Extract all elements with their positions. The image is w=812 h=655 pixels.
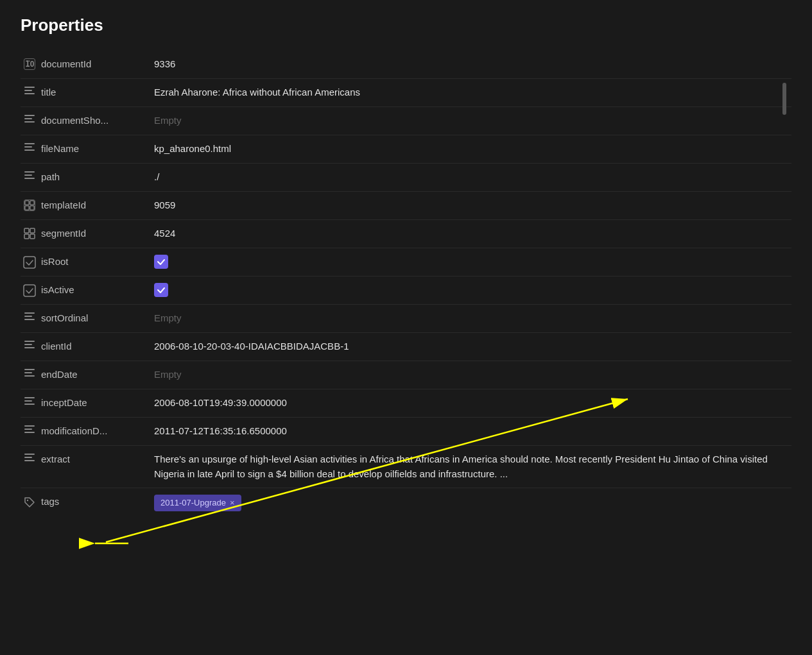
prop-name-tags: tags: [39, 496, 154, 507]
property-row: segmentId 4524: [21, 220, 791, 248]
tag-remove-button[interactable]: ×: [230, 497, 235, 509]
text-lines-icon: [21, 425, 39, 433]
prop-value-tags: 2011-07-Upgrade ×: [154, 495, 791, 511]
svg-rect-2: [25, 206, 29, 210]
property-row: templateId 9059: [21, 192, 791, 220]
property-row: path ./: [21, 164, 791, 192]
property-row: inceptDate 2006-08-10T19:49:39.0000000: [21, 389, 791, 418]
prop-value-enddate: Empty: [154, 368, 791, 382]
svg-rect-5: [30, 228, 35, 233]
svg-point-10: [27, 500, 28, 501]
prop-name-isroot: isRoot: [39, 256, 154, 267]
property-row: 1̈0 documentId 9336: [21, 51, 791, 79]
property-row: endDate Empty: [21, 361, 791, 389]
svg-rect-6: [24, 234, 29, 239]
property-row: clientId 2006-08-10-20-03-40-IDAIACBBIDA…: [21, 333, 791, 361]
property-row: documentSho... Empty: [21, 107, 791, 135]
prop-value-sortordinal: Empty: [154, 311, 791, 326]
svg-rect-3: [30, 206, 34, 210]
prop-value-isactive: [154, 283, 791, 297]
property-row: title Ezrah Aharone: Africa without Afri…: [21, 79, 791, 107]
isactive-checkbox[interactable]: [154, 283, 168, 297]
prop-name-modificationdate: modificationD...: [39, 425, 154, 436]
text-lines-icon: [21, 397, 39, 405]
text-lines-icon: [21, 341, 39, 348]
numeric-icon: 1̈0: [21, 58, 39, 70]
prop-value-filename: kp_aharone0.html: [154, 142, 791, 157]
isroot-checkbox[interactable]: [154, 255, 168, 269]
tag-icon: [21, 496, 39, 509]
prop-value-isroot: [154, 255, 791, 269]
svg-rect-4: [24, 228, 29, 233]
text-lines-icon: [21, 87, 39, 94]
svg-rect-7: [30, 234, 35, 239]
prop-value-segmentid: 4524: [154, 226, 791, 241]
text-lines-icon: [21, 312, 39, 320]
prop-value-clientid: 2006-08-10-20-03-40-IDAIACBBIDAJACBB-1: [154, 339, 791, 354]
property-row: modificationD... 2011-07-12T16:35:16.650…: [21, 418, 791, 446]
prop-name-sortordinal: sortOrdinal: [39, 312, 154, 323]
properties-list: 1̈0 documentId 9336 title Ezrah Aharone:…: [21, 51, 791, 518]
checkbox-field-icon: [21, 256, 39, 269]
prop-name-extract: extract: [39, 454, 154, 464]
text-lines-icon: [21, 369, 39, 377]
text-lines-icon: [21, 171, 39, 179]
property-row: tags 2011-07-Upgrade ×: [21, 488, 791, 518]
checkbox-field-icon: [21, 284, 39, 297]
svg-rect-8: [24, 257, 35, 268]
prop-name-path: path: [39, 171, 154, 182]
tag-item[interactable]: 2011-07-Upgrade ×: [154, 495, 241, 511]
prop-value-templateid: 9059: [154, 198, 791, 213]
prop-value-documentid: 9336: [154, 57, 791, 72]
prop-value-documentshort: Empty: [154, 114, 791, 128]
prop-name-clientid: clientId: [39, 341, 154, 352]
prop-name-inceptdate: inceptDate: [39, 397, 154, 408]
page-title: Properties: [21, 15, 791, 35]
tag-label: 2011-07-Upgrade: [160, 497, 226, 509]
prop-name-filename: fileName: [39, 143, 154, 154]
property-row: sortOrdinal Empty: [21, 305, 791, 333]
prop-name-documentshort: documentSho...: [39, 115, 154, 126]
prop-value-modificationdate: 2011-07-12T16:35:16.6500000: [154, 424, 791, 439]
property-row: extract There's an upsurge of high-level…: [21, 446, 791, 488]
svg-rect-1: [30, 201, 34, 205]
text-lines-icon: [21, 143, 39, 151]
numeric-icon: [21, 200, 39, 211]
prop-value-path: ./: [154, 170, 791, 185]
prop-name-title: title: [39, 87, 154, 98]
numeric-icon: [21, 228, 39, 239]
prop-name-enddate: endDate: [39, 369, 154, 380]
prop-value-title: Ezrah Aharone: Africa without African Am…: [154, 85, 791, 100]
prop-value-extract: There's an upsurge of high-level Asian a…: [154, 452, 791, 481]
svg-rect-9: [24, 285, 35, 296]
property-row: fileName kp_aharone0.html: [21, 135, 791, 164]
prop-value-inceptdate: 2006-08-10T19:49:39.0000000: [154, 396, 791, 411]
properties-panel: Properties 1̈0 documentId 9336 title Ezr…: [0, 0, 812, 533]
text-lines-icon: [21, 454, 39, 461]
prop-name-isactive: isActive: [39, 284, 154, 295]
property-row: isActive: [21, 276, 791, 305]
prop-name-documentid: documentId: [39, 58, 154, 69]
property-row: isRoot: [21, 248, 791, 276]
text-lines-icon: [21, 115, 39, 123]
svg-rect-0: [25, 201, 29, 205]
prop-name-segmentid: segmentId: [39, 228, 154, 239]
prop-name-templateid: templateId: [39, 200, 154, 210]
